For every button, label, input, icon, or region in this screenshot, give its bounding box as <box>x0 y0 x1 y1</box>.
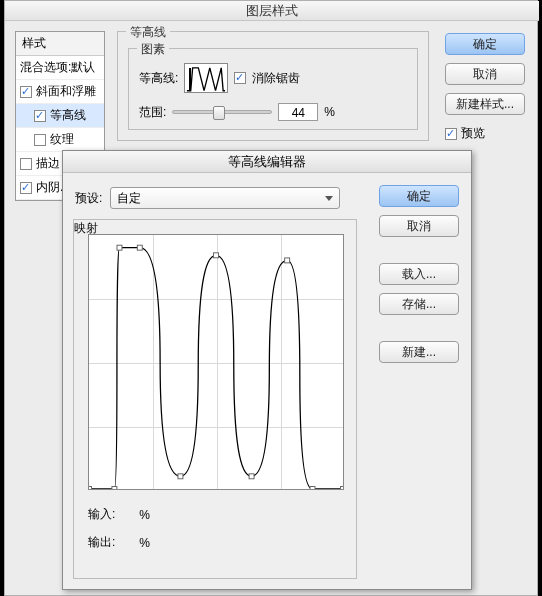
preset-label: 预设: <box>75 190 102 207</box>
new-style-button[interactable]: 新建样式... <box>445 93 525 115</box>
style-row[interactable]: 等高线 <box>16 104 104 128</box>
style-label: 等高线 <box>50 107 86 124</box>
output-percent: % <box>139 536 150 550</box>
svg-rect-6 <box>249 474 254 479</box>
blend-options-label: 混合选项:默认 <box>20 59 95 76</box>
cancel-button[interactable]: 取消 <box>445 63 525 85</box>
antialias-label: 消除锯齿 <box>252 70 300 87</box>
style-checkbox[interactable] <box>34 134 46 146</box>
editor-load-button[interactable]: 载入... <box>379 263 459 285</box>
antialias-checkbox[interactable] <box>234 72 246 84</box>
svg-rect-2 <box>117 245 122 250</box>
svg-rect-4 <box>178 474 183 479</box>
editor-ok-button[interactable]: 确定 <box>379 185 459 207</box>
ok-button[interactable]: 确定 <box>445 33 525 55</box>
input-label: 输入: <box>88 506 115 523</box>
chevron-down-icon <box>325 196 333 201</box>
style-checkbox[interactable] <box>20 86 32 98</box>
style-checkbox[interactable] <box>34 110 46 122</box>
input-percent: % <box>139 508 150 522</box>
contour-thumbnail[interactable] <box>184 63 228 93</box>
blend-options-row[interactable]: 混合选项:默认 <box>16 56 104 80</box>
contour-editor-buttons: 确定 取消 载入... 存储... 新建... <box>379 185 459 363</box>
pixel-group-label: 图素 <box>137 41 169 58</box>
editor-save-button[interactable]: 存储... <box>379 293 459 315</box>
contour-editor-title: 等高线编辑器 <box>63 151 471 173</box>
svg-rect-9 <box>341 487 343 489</box>
svg-rect-3 <box>137 245 142 250</box>
range-slider-knob[interactable] <box>213 106 225 120</box>
contour-group-label: 等高线 <box>126 24 170 41</box>
contour-label: 等高线: <box>139 70 178 87</box>
style-label: 斜面和浮雕 <box>36 83 96 100</box>
map-group-label: 映射 <box>74 221 98 235</box>
preview-label: 预览 <box>461 125 485 142</box>
range-value[interactable]: 44 <box>278 103 318 121</box>
dialog-title: 图层样式 <box>5 1 539 21</box>
range-slider[interactable] <box>172 110 272 114</box>
svg-rect-1 <box>112 487 117 489</box>
pixel-group: 图素 等高线: 消除锯齿 范围: 44 % <box>128 48 418 130</box>
preset-select[interactable]: 自定 <box>110 187 340 209</box>
style-label: 描边 <box>36 155 60 172</box>
output-label: 输出: <box>88 534 115 551</box>
styles-header: 样式 <box>16 32 104 56</box>
percent-sign: % <box>324 105 335 119</box>
svg-rect-8 <box>310 487 315 489</box>
style-label: 纹理 <box>50 131 74 148</box>
curve-canvas[interactable] <box>88 234 344 490</box>
editor-cancel-button[interactable]: 取消 <box>379 215 459 237</box>
style-checkbox[interactable] <box>20 182 32 194</box>
contour-editor-dialog: 等高线编辑器 预设: 自定 确定 取消 载入... 存储... 新建... 映射 <box>62 150 472 590</box>
range-label: 范围: <box>139 104 166 121</box>
preset-value: 自定 <box>117 190 141 207</box>
svg-rect-7 <box>285 258 290 263</box>
dialog-buttons: 确定 取消 新建样式... 预览 <box>445 33 525 142</box>
svg-rect-0 <box>89 487 91 489</box>
editor-new-button[interactable]: 新建... <box>379 341 459 363</box>
contour-group: 等高线 图素 等高线: 消除锯齿 范围: 44 % <box>117 31 429 141</box>
style-row[interactable]: 纹理 <box>16 128 104 152</box>
map-group: 映射 输入: % 输出: % <box>73 219 357 579</box>
svg-rect-5 <box>214 253 219 258</box>
style-checkbox[interactable] <box>20 158 32 170</box>
preview-checkbox[interactable] <box>445 128 457 140</box>
style-row[interactable]: 斜面和浮雕 <box>16 80 104 104</box>
